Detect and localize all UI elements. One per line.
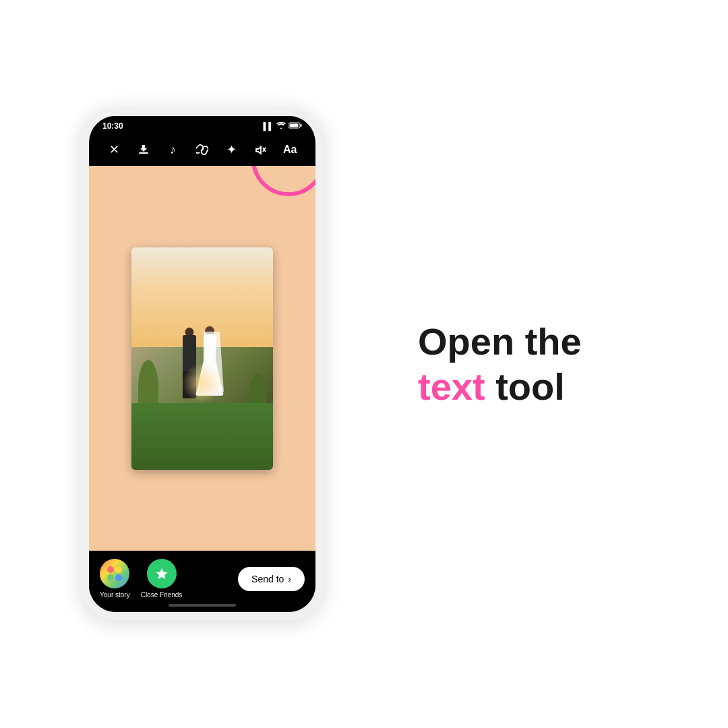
instruction-line2: text tool [418, 364, 582, 409]
instruction-highlight: text [418, 365, 485, 408]
link-icon[interactable] [193, 140, 212, 159]
signal-icon: ▌▌ [263, 122, 274, 130]
text-tool-icon[interactable]: Aa [280, 140, 299, 159]
your-story-icon [100, 559, 129, 588]
svg-point-9 [115, 574, 122, 581]
effects-icon[interactable]: ✦ [222, 140, 241, 159]
music-icon[interactable]: ♪ [164, 140, 183, 159]
story-options: Your story Close Friends [100, 559, 182, 599]
download-icon[interactable] [134, 140, 153, 159]
close-icon[interactable]: ✕ [105, 140, 124, 159]
status-icons: ▌▌ [263, 122, 302, 130]
notch [162, 116, 243, 135]
mute-icon[interactable] [251, 140, 270, 159]
svg-rect-1 [301, 124, 302, 127]
light-flare [182, 363, 222, 403]
svg-point-7 [115, 566, 122, 573]
send-to-button[interactable]: Send to › [238, 567, 305, 591]
photo-ground [131, 403, 273, 470]
status-bar: 10:30 ▌▌ [89, 116, 315, 133]
instruction-text: Open the text tool [418, 319, 582, 409]
your-story-option[interactable]: Your story [100, 559, 130, 599]
close-friends-label: Close Friends [141, 591, 183, 599]
svg-rect-2 [290, 124, 299, 127]
story-content-area [89, 166, 315, 551]
page-container: 10:30 ▌▌ [0, 0, 728, 728]
circle-annotation [251, 166, 315, 196]
home-indicator [169, 604, 236, 607]
battery-icon [289, 122, 302, 130]
phone-frame: 10:30 ▌▌ [81, 108, 324, 620]
bottom-actions: Your story Close Friends [100, 559, 305, 599]
wedding-photo [131, 247, 273, 470]
phone-bottom-bar: Your story Close Friends [89, 551, 315, 612]
time-display: 10:30 [102, 121, 123, 131]
close-friends-option[interactable]: Close Friends [141, 559, 183, 599]
send-to-arrow: › [288, 574, 291, 584]
story-toolbar: ✕ ♪ ✦ [89, 133, 315, 166]
instruction-tool: tool [485, 365, 565, 408]
wifi-icon [276, 122, 286, 130]
phone-inner: 10:30 ▌▌ [89, 116, 315, 612]
right-section: Open the text tool [391, 0, 715, 728]
svg-marker-10 [156, 568, 167, 579]
left-section: 10:30 ▌▌ [13, 0, 391, 728]
svg-point-6 [107, 566, 114, 573]
instruction-line1: Open the [418, 319, 582, 364]
your-story-label: Your story [100, 591, 130, 599]
svg-point-8 [107, 574, 114, 581]
close-friends-icon [147, 559, 177, 588]
svg-rect-3 [139, 152, 148, 154]
